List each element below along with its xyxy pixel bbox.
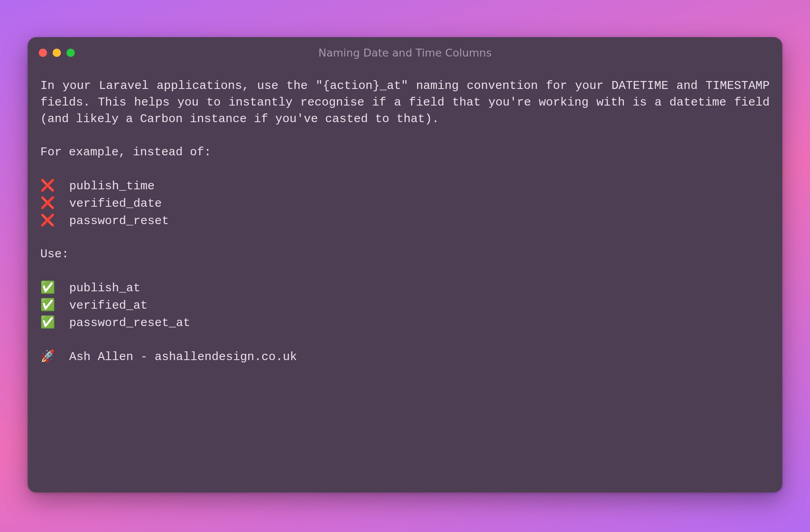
bad-example-1: ❌ publish_time (40, 177, 770, 194)
cross-mark-icon: ❌ (40, 178, 55, 192)
check-mark-icon: ✅ (40, 280, 55, 294)
bad-example-3: ❌ password_reset (40, 212, 770, 229)
window-title: Naming Date and Time Columns (28, 47, 782, 59)
traffic-lights (39, 49, 75, 57)
maximize-icon[interactable] (66, 49, 75, 57)
good-example-text: verified_at (69, 299, 148, 312)
good-example-text: publish_at (69, 281, 140, 295)
bad-example-text: password_reset (69, 214, 169, 228)
cross-mark-icon: ❌ (40, 213, 55, 227)
close-icon[interactable] (39, 49, 47, 57)
check-mark-icon: ✅ (40, 315, 55, 329)
good-example-text: password_reset_at (69, 316, 190, 330)
window-titlebar: Naming Date and Time Columns (28, 37, 782, 68)
attribution-line: 🚀 Ash Allen - ashallendesign.co.uk (40, 348, 770, 365)
bad-example-text: verified_date (69, 197, 162, 210)
minimize-icon[interactable] (53, 49, 61, 57)
code-window: Naming Date and Time Columns In your Lar… (28, 37, 782, 492)
check-mark-icon: ✅ (40, 298, 55, 311)
good-example-1: ✅ publish_at (40, 279, 770, 296)
good-example-2: ✅ verified_at (40, 296, 770, 314)
use-label: Use: (40, 246, 770, 262)
good-example-3: ✅ password_reset_at (40, 314, 770, 331)
bad-example-2: ❌ verified_date (40, 194, 770, 212)
window-content: In your Laravel applications, use the "{… (28, 68, 782, 365)
bad-example-text: publish_time (69, 179, 155, 193)
attribution-text: Ash Allen - ashallendesign.co.uk (69, 350, 297, 364)
rocket-icon: 🚀 (40, 349, 55, 363)
cross-mark-icon: ❌ (40, 196, 55, 209)
intro-paragraph: In your Laravel applications, use the "{… (40, 77, 770, 127)
instead-of-label: For example, instead of: (40, 144, 770, 160)
